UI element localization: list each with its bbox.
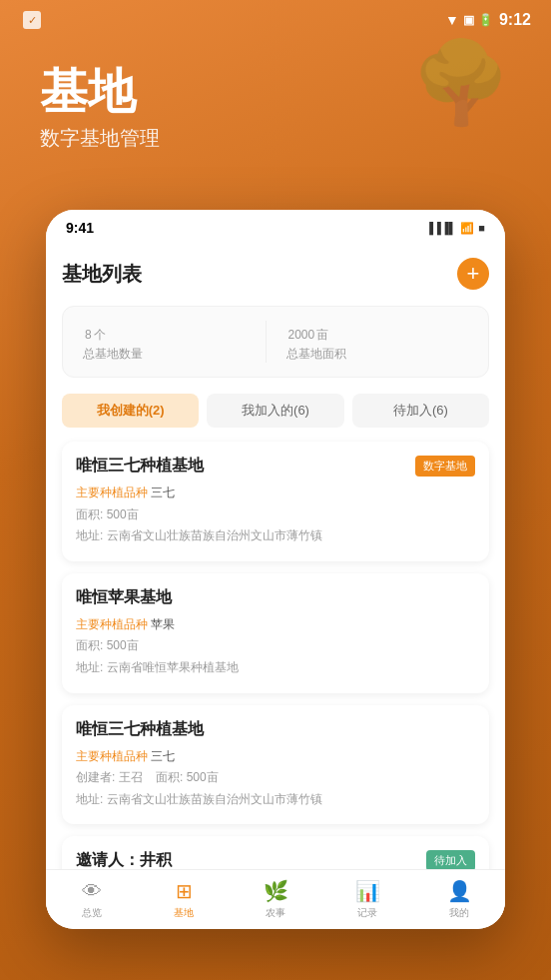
nav-records[interactable]: 📊 记录 xyxy=(321,879,413,920)
base-card-1[interactable]: 唯恒三七种植基地 数字基地 主要种植品种 三七 面积: 500亩 地址: 云南省… xyxy=(62,442,489,561)
status-left-icon: ✓ xyxy=(20,8,44,32)
header-area: 基地 数字基地管理 🌳 xyxy=(0,36,551,172)
base-card-2-address: 地址: 云南省唯恒苹果种植基地 xyxy=(76,657,475,679)
nav-records-label: 记录 xyxy=(357,906,377,920)
nav-overview[interactable]: 👁 总览 xyxy=(46,880,138,920)
base-card-3[interactable]: 唯恒三七种植基地 主要种植品种 三七 创建者: 王召 面积: 500亩 地址: … xyxy=(62,705,489,825)
inner-signal-icon: ▐▐▐▌ xyxy=(425,222,456,234)
bottom-nav: 👁 总览 ⊞ 基地 🌿 农事 📊 记录 👤 我的 xyxy=(46,869,505,929)
base-card-1-detail: 主要种植品种 三七 面积: 500亩 地址: 云南省文山壮族苗族自治州文山市薄竹… xyxy=(76,483,475,547)
status-bar: ✓ ▼ ▣ 🔋 9:12 xyxy=(0,0,551,36)
list-header: 基地列表 + xyxy=(62,258,489,290)
wifi-icon: ▼ xyxy=(445,12,459,28)
nav-base[interactable]: ⊞ 基地 xyxy=(138,879,230,920)
nav-profile-label: 我的 xyxy=(449,906,469,920)
overview-icon: 👁 xyxy=(82,880,102,903)
profile-icon: 👤 xyxy=(447,879,472,903)
nav-farming[interactable]: 🌿 农事 xyxy=(230,879,321,920)
base-card-2-crop: 主要种植品种 苹果 xyxy=(76,614,475,636)
nav-overview-label: 总览 xyxy=(82,906,102,920)
stat-count: 8个 总基地数量 xyxy=(83,321,266,363)
stat-area: 2000亩 总基地面积 xyxy=(266,321,469,363)
decoration-tree: 🌳 xyxy=(411,36,511,130)
tab-pending[interactable]: 待加入(6) xyxy=(352,394,489,428)
base-card-1-area: 面积: 500亩 xyxy=(76,504,475,526)
phone-mockup: 9:41 ▐▐▐▌ 📶 ■ 基地列表 + 8个 总基地数量 xyxy=(46,210,505,929)
tab-joined[interactable]: 我加入的(6) xyxy=(207,394,343,428)
add-base-button[interactable]: + xyxy=(457,258,489,290)
stat-area-label: 总基地面积 xyxy=(286,346,469,363)
stat-count-label: 总基地数量 xyxy=(83,346,266,363)
tab-created[interactable]: 我创建的(2) xyxy=(62,394,199,428)
base-card-3-address: 地址: 云南省文山壮族苗族自治州文山市薄竹镇 xyxy=(76,789,475,811)
list-title: 基地列表 xyxy=(62,261,142,288)
base-card-1-crop: 主要种植品种 三七 xyxy=(76,483,475,504)
status-right-area: ▼ ▣ 🔋 9:12 xyxy=(445,11,531,29)
base-card-1-address: 地址: 云南省文山壮族苗族自治州文山市薄竹镇 xyxy=(76,525,475,547)
farming-icon: 🌿 xyxy=(264,879,288,903)
inner-status-bar: 9:41 ▐▐▐▌ 📶 ■ xyxy=(46,210,505,242)
base-card-3-title: 唯恒三七种植基地 xyxy=(76,719,475,740)
status-icons: ▼ ▣ 🔋 xyxy=(445,12,493,28)
inner-signal-icons: ▐▐▐▌ 📶 ■ xyxy=(425,222,485,235)
svg-text:✓: ✓ xyxy=(28,14,37,26)
battery-icon: 🔋 xyxy=(478,13,493,27)
base-card-2[interactable]: 唯恒苹果基地 主要种植品种 苹果 面积: 500亩 地址: 云南省唯恒苹果种植基… xyxy=(62,573,489,693)
stats-row: 8个 总基地数量 2000亩 总基地面积 xyxy=(62,306,489,378)
stat-count-value: 8个 xyxy=(83,321,266,344)
base-card-3-crop: 主要种植品种 三七 xyxy=(76,746,475,768)
base-icon: ⊞ xyxy=(176,879,193,903)
base-card-3-detail: 主要种植品种 三七 创建者: 王召 面积: 500亩 地址: 云南省文山壮族苗族… xyxy=(76,746,475,811)
nav-profile[interactable]: 👤 我的 xyxy=(413,879,505,920)
clock-time: 9:12 xyxy=(499,11,531,29)
nav-farming-label: 农事 xyxy=(266,906,285,920)
base-card-2-detail: 主要种植品种 苹果 面积: 500亩 地址: 云南省唯恒苹果种植基地 xyxy=(76,614,475,679)
base-card-2-title: 唯恒苹果基地 xyxy=(76,587,475,608)
base-card-1-badge: 数字基地 xyxy=(415,456,475,477)
tabs-row: 我创建的(2) 我加入的(6) 待加入(6) xyxy=(62,394,489,428)
nav-base-label: 基地 xyxy=(174,906,194,920)
base-card-2-area: 面积: 500亩 xyxy=(76,635,475,657)
inner-battery-icon: ■ xyxy=(478,222,485,234)
stat-area-value: 2000亩 xyxy=(286,321,469,344)
base-card-3-creator: 创建者: 王召 面积: 500亩 xyxy=(76,767,475,789)
signal-icon: ▣ xyxy=(463,13,474,27)
inner-wifi-icon: 📶 xyxy=(460,222,474,235)
content-area: 基地列表 + 8个 总基地数量 2000亩 总基地面积 xyxy=(46,242,505,915)
records-icon: 📊 xyxy=(355,879,380,903)
app-background: ✓ ▼ ▣ 🔋 9:12 基地 数字基地管理 🌳 9:41 ▐▐▐▌ 📶 ■ xyxy=(0,0,551,172)
inner-clock: 9:41 xyxy=(66,220,94,236)
